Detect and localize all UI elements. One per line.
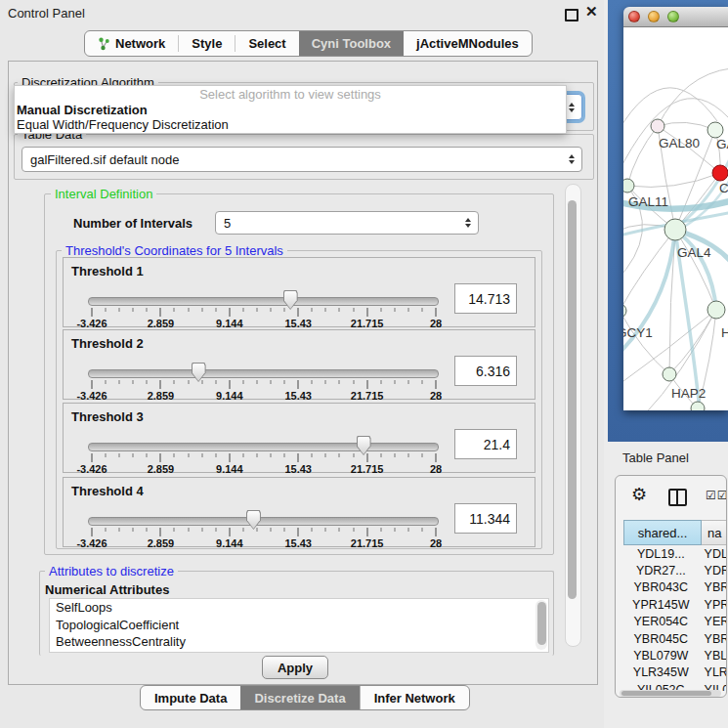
slider-track[interactable]: [88, 297, 439, 306]
tab-style[interactable]: Style: [179, 31, 235, 56]
network-node-GCY1[interactable]: [623, 304, 626, 318]
threshold-value-field[interactable]: 6.316: [454, 356, 517, 386]
tab-infer-network-label: Infer Network: [374, 691, 455, 706]
threshold-label: Threshold 4: [71, 484, 144, 498]
network-node-label: H: [721, 325, 728, 340]
zoom-traffic-light-icon[interactable]: [667, 11, 679, 22]
panel-scrollbar[interactable]: [565, 184, 581, 647]
network-node-GA[interactable]: [707, 122, 723, 138]
list-item[interactable]: BetweennessCentrality: [50, 633, 548, 651]
threshold-2-panel: Threshold 2-3.4262.8599.14415.4321.71528…: [63, 329, 535, 400]
tab-cyni-toolbox[interactable]: Cyni Toolbox: [299, 31, 404, 56]
cell-shared-name: YBR045C: [623, 632, 699, 646]
column-header-shared[interactable]: shared...: [623, 520, 702, 545]
list-item[interactable]: TopologicalCoefficient: [50, 617, 548, 634]
cell-shared-name: YBR043C: [623, 580, 699, 594]
slider-thumb[interactable]: [357, 436, 371, 455]
table-row[interactable]: YER054CYER0: [623, 614, 727, 630]
close-traffic-light-icon[interactable]: [628, 11, 640, 22]
tab-infer-network[interactable]: Infer Network: [361, 686, 469, 709]
threshold-3-panel: Threshold 3-3.4262.8599.14415.4321.71528…: [63, 403, 535, 473]
network-node-label: GCY1: [623, 325, 653, 340]
cell-shared-name: YBL079W: [623, 649, 699, 663]
tab-impute-data[interactable]: Impute Data: [141, 686, 240, 709]
table-data-combobox[interactable]: galFiltered.sif default node: [21, 147, 582, 172]
slider-ticks: [92, 380, 436, 389]
tab-discretize-data[interactable]: Discretize Data: [240, 686, 359, 709]
table-row[interactable]: YDL19...YDL1: [623, 545, 727, 562]
apply-button[interactable]: Apply: [262, 656, 328, 679]
tab-jactivemnodules[interactable]: jActiveMNodules: [404, 31, 532, 56]
network-node[interactable]: [691, 402, 705, 410]
network-node-HAP2[interactable]: [663, 367, 676, 381]
slider-ticks: [92, 308, 436, 317]
threshold-value-field[interactable]: 21.4: [454, 429, 517, 459]
number-of-intervals-combobox[interactable]: 5: [215, 211, 479, 235]
network-node-GAL11[interactable]: [623, 179, 634, 193]
network-node-label: GAL4: [677, 245, 711, 260]
network-node-label: C: [719, 181, 728, 195]
interval-definition-group-title: Interval Definition: [51, 188, 156, 200]
close-icon[interactable]: ✕: [585, 3, 598, 21]
slider-ticks: [92, 528, 436, 536]
list-item[interactable]: SelfLoops: [50, 599, 548, 617]
threshold-value-field[interactable]: 14.713: [454, 283, 517, 314]
threshold-1-panel: Threshold 1-3.4262.8599.14415.4321.71528…: [63, 257, 535, 327]
network-node-C[interactable]: [712, 165, 728, 181]
network-canvas[interactable]: GAL80GACGAL11GAL4GCY1HHAP2: [623, 27, 728, 410]
table-horizontal-scrollbar[interactable]: [620, 690, 721, 697]
slider-track[interactable]: [88, 369, 439, 378]
network-node-GAL4[interactable]: [664, 219, 686, 240]
table-row[interactable]: YLR345WYLR3: [623, 664, 727, 681]
algorithm-popup-item-manual[interactable]: Manual Discretization: [17, 103, 148, 117]
tab-select[interactable]: Select: [236, 31, 298, 56]
slider-track[interactable]: [88, 443, 439, 451]
table-data-combobox-value: galFiltered.sif default node: [22, 152, 564, 167]
cell-name: YLR3: [699, 665, 727, 679]
tab-impute-data-label: Impute Data: [154, 691, 227, 706]
table-row[interactable]: YPR145WYPR1: [623, 596, 727, 613]
network-window-titlebar[interactable]: [623, 7, 728, 27]
columns-icon[interactable]: [668, 489, 687, 506]
numerical-attributes-list[interactable]: SelfLoopsTopologicalCoefficientBetweenne…: [49, 598, 549, 653]
thresholds-group-title: Threshold's Coordinates for 5 Intervals: [62, 244, 287, 257]
threshold-4-panel: Threshold 4-3.4262.8599.14415.4321.71528…: [63, 477, 535, 547]
float-window-icon[interactable]: [565, 9, 578, 21]
stepper-icon[interactable]: [564, 154, 579, 164]
list-scrollbar-thumb[interactable]: [537, 602, 546, 645]
threshold-label: Threshold 3: [71, 409, 144, 424]
tab-select-label: Select: [248, 36, 285, 51]
network-icon: [98, 37, 110, 51]
table-horizontal-scrollbar-thumb[interactable]: [621, 691, 711, 696]
minimize-traffic-light-icon[interactable]: [648, 11, 660, 22]
slider-thumb[interactable]: [246, 510, 261, 530]
cell-shared-name: YLR345W: [623, 665, 699, 679]
stepper-icon[interactable]: [460, 218, 476, 228]
table-panel-title: Table Panel: [622, 450, 689, 465]
tab-jactivemnodules-label: jActiveMNodules: [416, 36, 519, 51]
tab-network[interactable]: Network: [85, 31, 178, 56]
threshold-value-field[interactable]: 11.344: [454, 503, 517, 534]
table-row[interactable]: YBR045CYBR0: [623, 630, 727, 647]
network-node-GAL80[interactable]: [651, 119, 664, 133]
slider-track[interactable]: [88, 517, 439, 526]
thresholds-group: Threshold 1-3.4262.8599.14415.4321.71528…: [56, 250, 542, 549]
table-row[interactable]: YDR27...YDR2: [623, 562, 727, 578]
slider-thumb[interactable]: [283, 290, 298, 310]
table-row[interactable]: YBR043CYBR0: [623, 579, 727, 596]
network-node-label: GA: [716, 137, 728, 151]
network-node-H[interactable]: [707, 301, 725, 319]
table-row[interactable]: YBL079WYBL0: [623, 647, 727, 664]
gear-icon[interactable]: ⚙: [631, 484, 647, 505]
number-of-intervals-value: 5: [216, 216, 460, 231]
checkbox-icons[interactable]: ☑☑: [706, 489, 727, 502]
column-header-name[interactable]: na: [702, 520, 727, 545]
list-scrollbar[interactable]: [535, 600, 547, 650]
panel-scrollbar-thumb[interactable]: [568, 200, 577, 599]
threshold-label: Threshold 1: [71, 264, 144, 278]
algorithm-popup-item-equal-width[interactable]: Equal Width/Frequency Discretization: [17, 117, 229, 132]
network-node-label: GAL11: [628, 194, 668, 209]
bottom-tabs: Impute Data Discretize Data Infer Networ…: [140, 685, 470, 710]
slider-thumb[interactable]: [192, 363, 206, 382]
attributes-group-title: Attributes to discretize: [45, 565, 178, 578]
